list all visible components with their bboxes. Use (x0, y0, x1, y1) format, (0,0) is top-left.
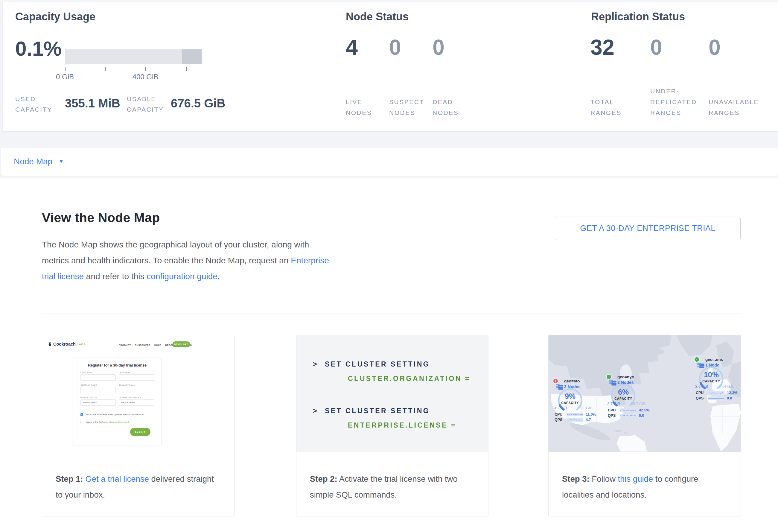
field-label: COMPANY NAME (80, 384, 97, 386)
unavailable-ranges-label: UNAVAILABLE RANGES (709, 97, 768, 118)
checkbox-label: I would like to receive email updates ab… (85, 413, 144, 416)
locality-cluster-ams: ✓ geo=ams 1 Node 10% CAPACITY 3.6 GiB 34… (695, 357, 741, 402)
locality-name: geo=nyc (617, 375, 634, 379)
usable-capacity-label: USABLE CAPACITY (127, 94, 175, 115)
axis-tick-label: 400 GiB (125, 73, 166, 81)
cpu-metric-row: CPU 11.0% (555, 412, 601, 416)
capacity-label: CAPACITY (608, 397, 639, 400)
axis-tick (145, 67, 146, 71)
usable-capacity-value: 676.5 GiB (171, 97, 225, 110)
locality-cluster-sfo: 1 geo=sfo 2 Nodes 9% CAPACITY 3.2 GiB 35… (553, 379, 601, 424)
view-selector-dropdown[interactable]: Node Map ▼ (1, 147, 778, 176)
logo-wordmark-labs: LABS (77, 343, 86, 346)
locality-cluster-nyc: ✓ geo=nyc 2 Nodes 6% CAPACITY 3.7 GiB 65… (607, 375, 654, 420)
capacity-bar (65, 49, 202, 64)
axis-tick (105, 67, 105, 71)
under-replicated-ranges-label: UNDER-REPLICATED RANGES (650, 86, 704, 118)
dead-nodes-value: 0 (433, 35, 445, 60)
step-1-card: Cockroach LABS PRODUCT CUSTOMERS DOCS RE… (42, 335, 235, 517)
qps-metric-row: QPS 4.7 (555, 418, 601, 422)
node-status-title: Node Status (346, 10, 409, 23)
cpu-sparkline (708, 391, 724, 395)
locality-name: geo=ams (705, 357, 723, 362)
dead-nodes-label: DEAD NODES (433, 97, 467, 118)
capacity-percent-value: 0.1% (15, 37, 62, 60)
suspect-nodes-label: SUSPECT NODES (389, 97, 431, 118)
live-nodes-label: LIVE NODES (346, 97, 380, 118)
get-trial-license-link[interactable]: Get a trial license (85, 474, 149, 483)
nav-item: PRODUCT (119, 344, 131, 347)
email-updates-checkbox: ✓ I would like to receive email updates … (80, 413, 155, 416)
step-2-caption: Step 2: Activate the trial license with … (296, 452, 488, 503)
checkbox-label: I agree to the (85, 421, 99, 424)
cpu-metric-row: CPU 12.3% (696, 391, 741, 395)
live-nodes-value: 4 (346, 35, 358, 60)
page-title: View the Node Map (42, 210, 160, 225)
cockroach-labs-logo: Cockroach LABS (48, 342, 86, 347)
unavailable-ranges-value: 0 (709, 35, 720, 60)
capacity-bar-used-segment (182, 49, 202, 64)
used-capacity-label: USED CAPACITY (15, 94, 60, 115)
node-map-preview: 1 geo=sfo 2 Nodes 9% CAPACITY 3.2 GiB 35… (549, 335, 741, 452)
submit-button: SUBMIT (130, 428, 150, 436)
get-enterprise-trial-button[interactable]: GET A 30-DAY ENTERPRISE TRIAL (555, 217, 741, 240)
total-ranges-label: TOTAL RANGES (591, 97, 625, 118)
checkbox-unchecked-icon (80, 421, 83, 424)
intro-text: The Node Map shows the geographical layo… (42, 240, 309, 265)
axis-tick (65, 67, 66, 71)
software-license-link: Software License Agreement. (99, 421, 130, 424)
download-button: DOWNLOAD (172, 341, 190, 348)
text-input (80, 387, 116, 393)
locality-name: geo=sfo (564, 379, 580, 383)
intro-text: . (218, 272, 220, 281)
configuration-guide-link[interactable]: configuration guide (147, 272, 218, 281)
step-3-caption: Step 3: Follow this guide to configure l… (549, 452, 740, 503)
cluster-overview-page: Capacity Usage 0.1% 0 GiB 400 GiB USED C… (0, 0, 778, 532)
nav-item: DOCS (154, 344, 161, 347)
capacity-percent: 9% (555, 392, 586, 401)
step-2-card: >SET CLUSTER SETTING CLUSTER.ORGANIZATIO… (296, 335, 488, 517)
cockroach-bug-icon (48, 342, 52, 347)
replication-status-title: Replication Status (591, 10, 685, 23)
field-label: REASON FOR INTEREST (119, 397, 143, 398)
sql-statement: >SET CLUSTER SETTING (313, 407, 430, 415)
capacity-label: CAPACITY (696, 379, 727, 383)
capacity-percent: 6% (608, 388, 639, 396)
trial-signup-screenshot: Cockroach LABS PRODUCT CUSTOMERS DOCS RE… (42, 335, 235, 452)
step-number: Step 3: (562, 474, 590, 483)
step-1-caption: Step 1: Get a trial license delivered st… (42, 452, 234, 503)
cpu-sparkline (566, 412, 583, 416)
sql-setting: ENTERPRISE.LICENSE = (348, 421, 456, 429)
qps-metric-row: QPS 0.0 (696, 396, 741, 400)
select-input: Please Select (80, 399, 116, 406)
qps-sparkline (566, 418, 583, 422)
qps-sparkline (708, 396, 724, 400)
this-guide-link[interactable]: this guide (618, 474, 653, 483)
text-input (80, 374, 116, 381)
qps-sparkline (620, 414, 636, 417)
used-capacity-value: 355.1 MiB (65, 97, 120, 110)
capacity-total: 35.1 GiB (577, 406, 593, 410)
trial-license-form: Register for a 30-day trial license FIRS… (73, 358, 161, 445)
capacity-total: 65.7 GiB (631, 401, 646, 406)
intro-text: and refer to this (84, 272, 147, 281)
step-3-card: 1 geo=sfo 2 Nodes 9% CAPACITY 3.2 GiB 35… (548, 335, 741, 517)
capacity-percent: 10% (696, 370, 727, 379)
prompt-icon: > (313, 407, 318, 415)
under-replicated-ranges-value: 0 (650, 35, 662, 60)
field-label: LAST NAME (119, 372, 131, 373)
capacity-usage-title: Capacity Usage (15, 10, 95, 23)
sql-statement: >SET CLUSTER SETTING (313, 360, 430, 368)
text-input (119, 387, 154, 393)
chevron-down-icon: ▼ (59, 148, 64, 176)
text-input (119, 374, 154, 381)
field-label: FIRST NAME (80, 372, 93, 373)
field-label: PROJECT PHASE (80, 397, 97, 398)
step-number: Step 2: (310, 474, 337, 483)
suspect-nodes-value: 0 (389, 35, 401, 60)
qps-metric-row: QPS 0.0 (608, 413, 654, 418)
prompt-icon: > (313, 360, 318, 368)
total-ranges-value: 32 (591, 35, 614, 60)
cluster-summary-panel: Capacity Usage 0.1% 0 GiB 400 GiB USED C… (2, 1, 778, 132)
form-title: Register for a 30-day trial license (73, 363, 161, 367)
